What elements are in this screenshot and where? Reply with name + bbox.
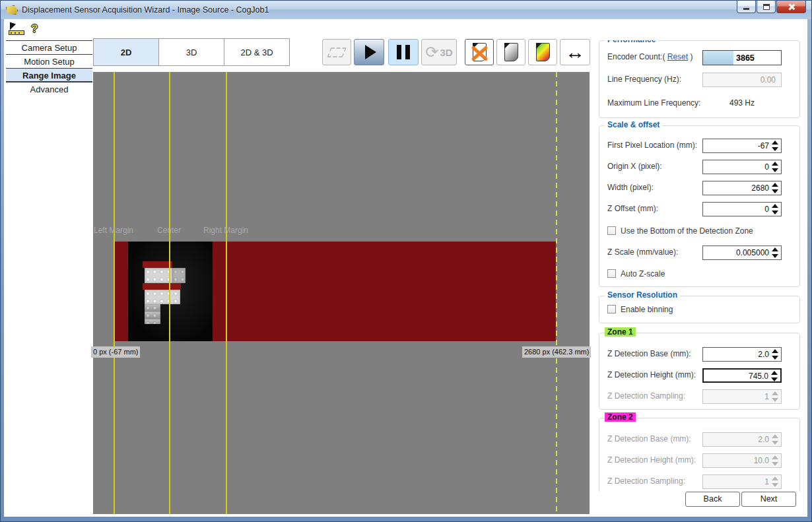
play-icon — [365, 45, 376, 59]
spinner — [772, 391, 779, 402]
spin-up-icon[interactable] — [772, 349, 778, 353]
image-display-off-button[interactable] — [465, 39, 494, 65]
left-margin-line[interactable] — [114, 72, 115, 514]
back-button[interactable]: Back — [685, 492, 740, 507]
auto-z-scale-checkbox[interactable] — [607, 269, 616, 278]
wizard-window: Displacement Sensor Acquisition Wizard -… — [0, 0, 812, 522]
zone2-base-label: Z Detection Base (mm): — [607, 434, 691, 443]
zone2-base-value: 2.0 — [758, 435, 769, 444]
brick-top-bar-end — [172, 268, 186, 283]
spin-up-icon[interactable] — [772, 247, 778, 251]
calibration-ruler-icon[interactable] — [9, 23, 24, 36]
region-select-button — [322, 39, 351, 65]
zone2-sampling-value: 1 — [764, 477, 769, 486]
next-button[interactable]: Next — [741, 492, 796, 507]
line-frequency-input: 0.00 — [702, 73, 782, 87]
sensor-resolution-group: Sensor Resolution Enable binning — [599, 296, 800, 323]
spinner — [772, 141, 779, 151]
zone1-sampling-label: Z Detection Sampling: — [607, 391, 685, 401]
right-margin-line[interactable] — [226, 72, 227, 514]
spinner — [771, 371, 778, 381]
settings-panel: Performance Encoder Count:( Reset ) 3865… — [599, 40, 800, 492]
spinner — [772, 476, 779, 487]
zone1-sampling-value: 1 — [764, 392, 769, 401]
help-icon[interactable]: ? — [31, 22, 38, 36]
sidebar-item-motion-setup[interactable]: Motion Setup — [6, 54, 92, 68]
pause-button[interactable] — [388, 39, 419, 65]
page-colormap-icon — [536, 43, 550, 61]
zone1-height-value: 745.0 — [749, 372, 768, 381]
zone2-title: Zone 2 — [605, 412, 636, 422]
origin-x-value: 0 — [764, 162, 769, 172]
pause-icon — [397, 45, 410, 59]
sidebar-item-range-image[interactable]: Range Image — [6, 68, 92, 82]
tab-2d-and-3d[interactable]: 2D & 3D — [224, 38, 290, 66]
region-parallelogram-icon — [327, 48, 347, 57]
spin-down-icon[interactable] — [772, 168, 778, 172]
zone1-base-input[interactable]: 2.0 — [702, 347, 782, 362]
brick-top-bar — [145, 268, 172, 283]
fit-width-button[interactable]: ↔ — [560, 39, 590, 65]
colormap-display-button[interactable] — [528, 39, 557, 65]
enable-binning-checkbox[interactable] — [607, 305, 616, 313]
encoder-count-input[interactable]: 3865 — [702, 50, 782, 65]
z-offset-value: 0 — [764, 205, 769, 214]
minimize-button[interactable] — [737, 1, 756, 13]
spin-up-icon[interactable] — [772, 183, 778, 187]
sidebar-item-advanced[interactable]: Advanced — [6, 82, 92, 96]
range-end-line — [556, 72, 557, 514]
play-button[interactable] — [354, 39, 384, 65]
z-offset-input[interactable]: 0 — [702, 202, 782, 216]
spin-up-icon[interactable] — [771, 371, 778, 375]
zone1-height-label: Z Detection Height (mm): — [607, 370, 696, 379]
spin-down-icon[interactable] — [772, 189, 778, 193]
encoder-count-highlight — [703, 51, 733, 65]
encoder-label-post: ) — [690, 52, 693, 61]
grayscale-display-button[interactable] — [496, 39, 525, 65]
sensor-resolution-title: Sensor Resolution — [605, 290, 680, 300]
spinner — [772, 247, 779, 258]
spin-up-icon[interactable] — [772, 141, 778, 145]
sidebar-item-camera-setup[interactable]: Camera Setup — [6, 40, 92, 54]
use-bottom-detection-zone-checkbox[interactable] — [607, 226, 616, 235]
spin-up-icon[interactable] — [772, 162, 778, 166]
first-pixel-location-label: First Pixel Location (mm): — [607, 141, 697, 150]
z-scale-input[interactable]: 0.005000 — [702, 245, 782, 260]
tab-2d[interactable]: 2D — [93, 38, 159, 66]
spin-up-icon[interactable] — [772, 204, 778, 208]
spin-down-icon[interactable] — [771, 377, 778, 381]
performance-title: Performance — [605, 40, 658, 44]
zone1-base-value: 2.0 — [758, 350, 769, 359]
reset-link[interactable]: Reset — [667, 52, 688, 61]
zone1-title: Zone 1 — [605, 327, 636, 337]
tab-3d[interactable]: 3D — [158, 38, 224, 66]
spin-down-icon[interactable] — [772, 211, 778, 214]
z-scale-value: 0.005000 — [736, 248, 769, 257]
spin-down-icon — [772, 441, 778, 445]
maximize-button[interactable] — [757, 1, 776, 13]
encoder-label-pre: Encoder Count:( — [607, 52, 665, 61]
width-pixel-input[interactable]: 2680 — [702, 181, 782, 195]
close-button[interactable] — [776, 1, 806, 13]
ruler-end-label: 2680 px (462.3 mm) — [522, 346, 591, 358]
app-icon — [6, 5, 18, 15]
close-icon — [788, 3, 795, 11]
spinner — [772, 204, 779, 214]
spin-down-icon[interactable] — [772, 147, 778, 151]
zone2-sampling-label: Z Detection Sampling: — [607, 476, 685, 486]
title-bar[interactable]: Displacement Sensor Acquisition Wizard -… — [1, 1, 811, 19]
refresh-3d-button: ⟳ 3D — [421, 39, 457, 65]
spin-down-icon — [772, 398, 778, 402]
ruler-start-label: 0 px (-67 mm) — [91, 346, 140, 358]
range-image-viewport[interactable]: Left Margin Center Right Margin 0 px (-6… — [93, 72, 590, 514]
spin-down-icon[interactable] — [772, 356, 778, 360]
maximize-icon — [763, 4, 770, 10]
center-line[interactable] — [169, 72, 170, 514]
zone2-height-value: 10.0 — [754, 456, 769, 465]
origin-x-input[interactable]: 0 — [702, 160, 782, 174]
width-pixel-label: Width (pixel): — [607, 183, 654, 192]
first-pixel-location-input[interactable]: -67 — [702, 139, 782, 153]
view-mode-tabs: 2D 3D 2D & 3D — [93, 38, 290, 66]
zone1-height-input[interactable]: 745.0 — [702, 368, 782, 383]
spin-down-icon[interactable] — [772, 254, 778, 258]
